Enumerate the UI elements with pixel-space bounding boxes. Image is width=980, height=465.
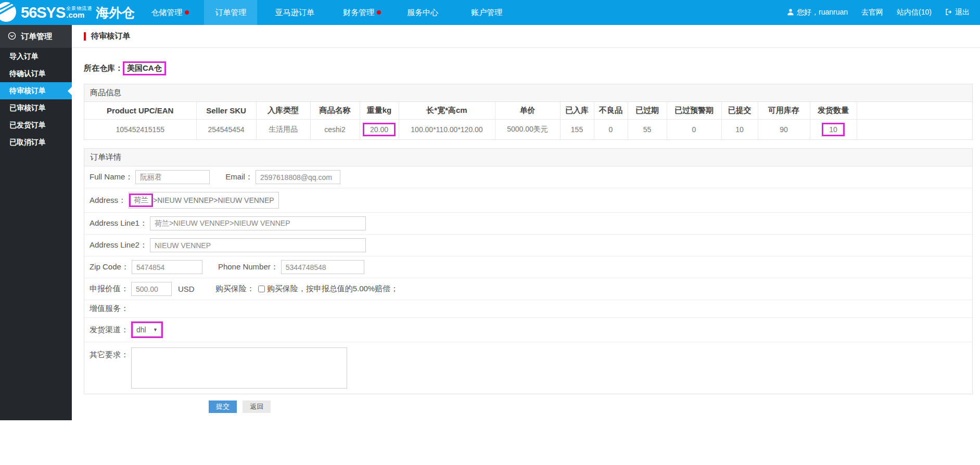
channel-select[interactable]: dhl ▼ bbox=[133, 323, 161, 337]
warehouse-label: 所在仓库： bbox=[84, 63, 123, 72]
full-name-label: Full Name： bbox=[90, 172, 133, 182]
official-site-link[interactable]: 去官网 bbox=[861, 8, 883, 17]
sidebar-item-import-orders[interactable]: 导入订单 bbox=[0, 48, 72, 65]
back-button[interactable]: 返回 bbox=[243, 401, 271, 413]
address-line2-field[interactable] bbox=[150, 238, 366, 252]
title-accent-bar bbox=[84, 32, 86, 41]
email-field[interactable] bbox=[256, 170, 340, 184]
nav-order-management[interactable]: 订单管理 bbox=[204, 0, 257, 25]
main-nav: 仓储管理 订单管理 亚马逊订单 财务管理 服务中心 账户管理 bbox=[140, 0, 524, 25]
channel-highlight: dhl ▼ bbox=[131, 321, 163, 338]
page-titlebar: 待审核订单 bbox=[72, 25, 980, 48]
cell-available-stock: 90 bbox=[758, 119, 810, 139]
other-requirements-field[interactable] bbox=[131, 347, 347, 389]
content-area: 所在仓库：美国CA仓 商品信息 Product UPC/EAN Seller S… bbox=[72, 61, 980, 420]
sidebar: 订单管理 导入订单 待确认订单 待审核订单 已审核订单 已发货订单 已取消订单 bbox=[0, 25, 72, 420]
row-address-line2: Address Line2： bbox=[84, 235, 972, 256]
product-section-title: 商品信息 bbox=[84, 84, 972, 102]
submit-button[interactable]: 提交 bbox=[209, 401, 237, 413]
site-mail-link[interactable]: 站内信(10) bbox=[897, 8, 932, 17]
nav-account-management[interactable]: 账户管理 bbox=[460, 0, 513, 25]
zip-code-label: Zip Code： bbox=[90, 262, 129, 272]
nav-amazon-orders[interactable]: 亚马逊订单 bbox=[268, 0, 321, 25]
cell-dimensions: 100.00*110.00*120.00 bbox=[399, 119, 495, 139]
main-content: 待审核订单 所在仓库：美国CA仓 商品信息 Product UPC/EAN bbox=[72, 25, 980, 420]
sidebar-item-reviewed-orders[interactable]: 已审核订单 bbox=[0, 99, 72, 117]
sidebar-title: 订单管理 bbox=[21, 32, 52, 42]
email-label: Email： bbox=[225, 172, 253, 182]
form-actions: 提交 返回 bbox=[209, 401, 973, 420]
product-table-header-row: Product UPC/EAN Seller SKU 入库类型 商品名称 重量k… bbox=[84, 102, 972, 119]
col-submitted: 已提交 bbox=[721, 102, 758, 119]
cell-product-name: ceshi2 bbox=[310, 119, 360, 139]
row-address-line1: Address Line1： bbox=[84, 213, 972, 235]
row-declared-value: 申报价值： USD 购买保险： 购买保险，按申报总值的5.00%赔偿； bbox=[84, 278, 972, 300]
col-filler bbox=[857, 102, 972, 119]
sidebar-header[interactable]: 订单管理 bbox=[0, 25, 72, 48]
cell-unit-price: 5000.00美元 bbox=[495, 119, 560, 139]
product-info-section: 商品信息 Product UPC/EAN Seller SKU 入库类型 商品名… bbox=[84, 84, 973, 140]
page-title: 待审核订单 bbox=[91, 31, 130, 41]
cell-submitted: 10 bbox=[721, 119, 758, 139]
product-table-row: 105452415155 254545454 生活用品 ceshi2 20.00… bbox=[84, 119, 972, 139]
logo-brand-text: 56SYS bbox=[21, 4, 65, 21]
cell-seller-sku: 254545454 bbox=[196, 119, 256, 139]
topbar-user-area: 您好，ruanruan 去官网 站内信(10) 退出 bbox=[787, 0, 980, 25]
channel-label: 发货渠道： bbox=[90, 325, 129, 335]
address-line2-label: Address Line2： bbox=[90, 240, 147, 250]
cell-inbound-qty: 155 bbox=[560, 119, 594, 139]
cell-expired: 55 bbox=[628, 119, 667, 139]
sidebar-item-cancelled-orders[interactable]: 已取消订单 bbox=[0, 134, 72, 151]
brand-logo: 56SYS 全景物流通 .com 海外仓 bbox=[0, 0, 140, 25]
vas-label: 增值服务： bbox=[90, 304, 129, 314]
col-product-upc: Product UPC/EAN bbox=[84, 102, 196, 119]
nav-service-center[interactable]: 服务中心 bbox=[396, 0, 449, 25]
sidebar-item-pending-confirm-orders[interactable]: 待确认订单 bbox=[0, 65, 72, 82]
chevron-down-icon: ▼ bbox=[153, 327, 158, 332]
cell-past-warning: 0 bbox=[667, 119, 721, 139]
page-layout: 订单管理 导入订单 待确认订单 待审核订单 已审核订单 已发货订单 已取消订单 … bbox=[0, 25, 980, 420]
notification-dot bbox=[185, 10, 189, 15]
channel-selected-value: dhl bbox=[136, 326, 146, 334]
nav-warehouse-management[interactable]: 仓储管理 bbox=[140, 0, 193, 25]
address-country-highlight: 荷兰 bbox=[129, 193, 153, 207]
nav-finance-management[interactable]: 财务管理 bbox=[332, 0, 385, 25]
phone-number-field[interactable] bbox=[281, 260, 364, 274]
address-value-box: 荷兰 >NIEUW VENNEP>NIEUW VENNEP bbox=[129, 192, 279, 209]
row-shipping-channel: 发货渠道： dhl ▼ bbox=[84, 318, 972, 342]
insurance-text: 购买保险，按申报总值的5.00%赔偿； bbox=[267, 284, 399, 294]
cell-product-upc: 105452415155 bbox=[84, 119, 196, 139]
cell-ship-qty: 10 bbox=[810, 119, 857, 139]
cell-filler bbox=[857, 119, 972, 139]
logout-text: 退出 bbox=[955, 8, 970, 17]
address-rest: >NIEUW VENNEP>NIEUW VENNEP bbox=[153, 196, 274, 204]
col-defective: 不良品 bbox=[594, 102, 628, 119]
logout-icon bbox=[945, 8, 952, 17]
zip-code-field[interactable] bbox=[132, 260, 202, 274]
col-product-name: 商品名称 bbox=[310, 102, 360, 119]
cell-weight: 20.00 bbox=[360, 119, 399, 139]
notification-dot bbox=[377, 10, 381, 15]
order-details-section: 订单详情 Full Name： Email： Address： 荷兰 >NIEU… bbox=[84, 148, 973, 394]
col-seller-sku: Seller SKU bbox=[196, 102, 256, 119]
row-value-added-service: 增值服务： bbox=[84, 300, 972, 318]
insurance-checkbox[interactable] bbox=[258, 286, 265, 292]
logout-link[interactable]: 退出 bbox=[945, 8, 970, 17]
address-line1-field[interactable] bbox=[150, 216, 366, 230]
user-icon bbox=[787, 8, 794, 17]
declared-value-field[interactable] bbox=[131, 282, 172, 296]
user-greeting[interactable]: 您好，ruanruan bbox=[787, 8, 848, 17]
nav-label: 亚马逊订单 bbox=[275, 8, 314, 17]
sidebar-item-shipped-orders[interactable]: 已发货订单 bbox=[0, 117, 72, 134]
nav-label: 账户管理 bbox=[471, 8, 502, 17]
col-inbound-qty: 已入库 bbox=[560, 102, 594, 119]
sidebar-item-pending-review-orders[interactable]: 待审核订单 bbox=[0, 82, 72, 99]
full-name-field[interactable] bbox=[135, 170, 210, 184]
col-ship-qty: 发货数量 bbox=[810, 102, 857, 119]
nav-label: 服务中心 bbox=[407, 8, 438, 17]
currency-label: USD bbox=[178, 285, 195, 293]
col-expired: 已过期 bbox=[628, 102, 667, 119]
other-requirements-label: 其它要求： bbox=[90, 350, 129, 360]
warehouse-row: 所在仓库：美国CA仓 bbox=[84, 61, 973, 75]
product-table: Product UPC/EAN Seller SKU 入库类型 商品名称 重量k… bbox=[84, 102, 972, 139]
